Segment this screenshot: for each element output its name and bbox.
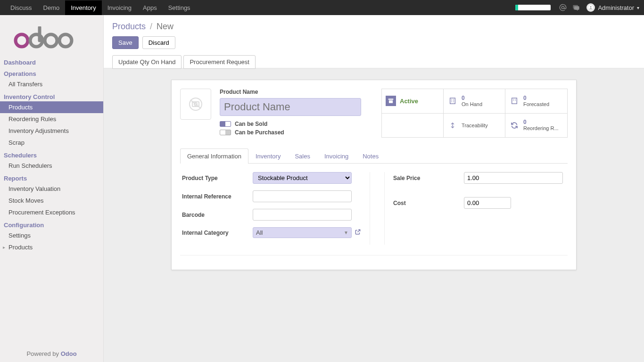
progress-bar[interactable] [515,5,551,10]
stat-on-hand[interactable]: 0On Hand [444,89,505,114]
cost-label: Cost [393,200,464,206]
chat-icon[interactable] [572,4,580,11]
view-header: Products / New Save Discard Update Qty O… [104,15,644,68]
at-icon[interactable] [559,4,567,11]
archive-icon [386,96,396,106]
barcode-input[interactable] [253,209,352,221]
sidebar-footer: Powered by Odoo [0,346,103,362]
svg-point-2 [590,6,592,8]
sidebar-item-stock-moves[interactable]: Stock Moves [0,195,103,206]
sidebar-item-config-products[interactable]: Products [0,241,103,253]
breadcrumb-current: New [157,22,173,31]
sidebar-item-inventory-adjustments[interactable]: Inventory Adjustments [0,125,103,137]
sidebar-item-products[interactable]: Products [0,101,103,113]
tab-procurement-request[interactable]: Procurement Request [183,55,255,69]
sidebar-item-reordering-rules[interactable]: Reordering Rules [0,113,103,125]
internal-category-value: All [256,229,263,236]
footer-prefix: Powered by [26,350,60,357]
tab-update-qty[interactable]: Update Qty On Hand [112,55,182,69]
sidebar-nav: Dashboard Operations All Transfers Inven… [0,54,103,346]
can-be-purchased-toggle[interactable] [220,130,231,135]
menu-apps[interactable]: Apps [137,0,163,15]
sidebar-item-all-transfers[interactable]: All Transfers [0,78,103,90]
tab-sales[interactable]: Sales [288,148,317,164]
menu-inventory[interactable]: Inventory [65,0,101,15]
arrows-v-icon [447,120,458,131]
sale-price-input[interactable] [464,172,563,184]
sidebar-item-run-schedulers[interactable]: Run Schedulers [0,160,103,172]
tab-notes[interactable]: Notes [355,148,386,164]
cost-input[interactable] [464,197,511,209]
stat-forecasted-label: Forecasted [523,101,549,107]
stat-active[interactable]: Active [382,89,444,114]
barcode-label: Barcode [182,212,253,218]
footer-brand[interactable]: Odoo [61,350,77,357]
menu-discuss[interactable]: Discuss [5,0,38,15]
can-be-purchased-label: Can be Purchased [235,129,284,136]
tab-invoicing[interactable]: Invoicing [317,148,355,164]
divider [180,255,568,255]
can-be-sold-toggle[interactable] [220,121,231,127]
menu-settings[interactable]: Settings [163,0,196,15]
product-type-select[interactable]: Stockable Product [253,172,352,184]
logo [0,15,103,54]
svg-rect-13 [450,98,455,104]
product-image[interactable] [180,89,211,120]
section-schedulers[interactable]: Schedulers [0,148,103,160]
refresh-icon [509,120,520,131]
sidebar-item-scrap[interactable]: Scrap [0,137,103,148]
menu-demo[interactable]: Demo [38,0,66,15]
building-icon [509,96,520,106]
stat-forecasted[interactable]: 0Forecasted [505,89,567,114]
product-type-label: Product Type [182,175,253,181]
section-inventory-control[interactable]: Inventory Control [0,90,103,101]
chevron-down-icon: ▼ [344,230,348,235]
svg-point-0 [562,6,564,8]
user-name: Administrator [598,4,634,11]
menu-invoicing[interactable]: Invoicing [102,0,137,15]
stat-forecasted-num: 0 [523,95,549,101]
building-icon [447,96,458,106]
user-menu[interactable]: Administrator ▾ [586,3,639,12]
discard-button[interactable]: Discard [142,36,175,49]
form-tabs: General Information Inventory Sales Invo… [180,148,568,164]
caret-down-icon: ▾ [637,5,639,10]
can-be-sold-label: Can be Sold [235,121,267,127]
sidebar-item-settings[interactable]: Settings [0,230,103,241]
sidebar: Dashboard Operations All Transfers Inven… [0,15,104,362]
section-dashboard[interactable]: Dashboard [0,56,103,67]
product-name-input[interactable] [220,98,361,116]
stat-reordering[interactable]: 0Reordering R... [505,114,567,138]
stat-traceability-label: Traceability [462,123,488,128]
topbar: Discuss Demo Inventory Invoicing Apps Se… [0,0,644,15]
sidebar-item-procurement-exceptions[interactable]: Procurement Exceptions [0,206,103,218]
stat-buttons: Active 0On Hand 0Forecaste [381,89,568,138]
section-configuration[interactable]: Configuration [0,218,103,230]
stat-reordering-num: 0 [523,119,559,125]
svg-line-26 [357,230,360,232]
svg-rect-11 [388,99,394,100]
form-sheet: Product Name Can be Sold Can be Purchase… [171,80,577,270]
breadcrumb: Products / New [112,22,636,32]
stat-reordering-label: Reordering R... [523,125,559,131]
save-button[interactable]: Save [112,36,139,49]
sidebar-item-inventory-valuation[interactable]: Inventory Valuation [0,183,103,195]
section-reports[interactable]: Reports [0,172,103,183]
stat-active-label: Active [400,98,418,105]
external-link-icon[interactable] [355,229,361,237]
section-operations[interactable]: Operations [0,67,103,78]
sale-price-label: Sale Price [393,175,464,181]
svg-rect-12 [389,100,393,103]
top-menu: Discuss Demo Inventory Invoicing Apps Se… [5,0,196,15]
tab-general-info[interactable]: General Information [180,148,248,164]
internal-reference-input[interactable] [253,190,352,202]
stat-on-hand-num: 0 [462,95,482,101]
svg-point-6 [59,34,72,47]
tab-inventory[interactable]: Inventory [248,148,288,164]
stat-traceability[interactable]: Traceability [444,114,505,138]
breadcrumb-products[interactable]: Products [112,22,146,31]
internal-category-select[interactable]: All ▼ [253,227,352,238]
svg-rect-20 [512,98,517,104]
internal-category-label: Internal Category [182,230,253,236]
product-name-label: Product Name [220,89,373,95]
